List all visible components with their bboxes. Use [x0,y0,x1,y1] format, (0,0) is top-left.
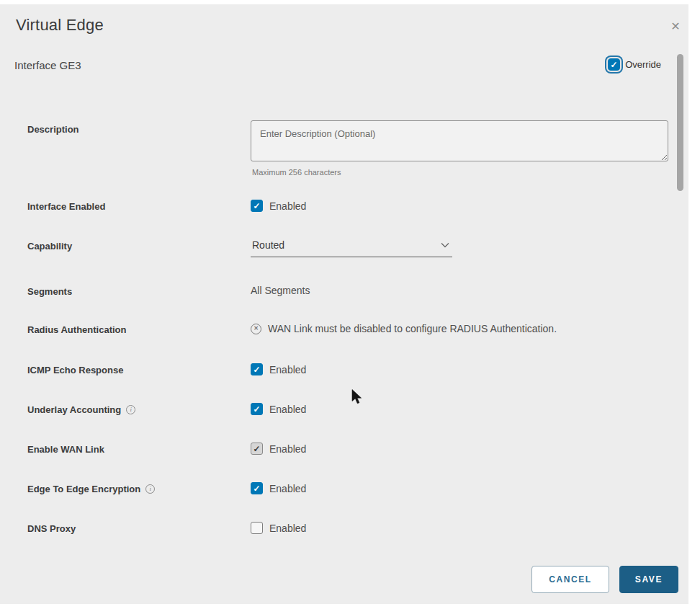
info-icon[interactable]: i [145,484,155,494]
interface-enabled-checkbox[interactable]: ✓ [251,200,263,212]
description-helper: Maximum 256 characters [252,168,341,177]
row-segments: Segments All Segments [0,285,688,301]
row-enable-wan-link: Enable WAN Link ✓ Enabled [0,443,688,458]
row-interface-enabled: Interface Enabled ✓ Enabled [0,200,688,215]
field-label: Segments [27,286,72,297]
row-icmp-echo-response: ICMP Echo Response ✓ Enabled [0,363,688,379]
check-icon: ✓ [253,524,260,533]
row-edge-to-edge-encryption: Edge To Edge Encryption i ✓ Enabled [0,482,688,498]
capability-select[interactable]: Routed [251,239,452,257]
virtual-edge-dialog: Virtual Edge ✕ Interface GE3 ✓ Override … [0,4,688,604]
scrollbar-thumb[interactable] [677,54,683,191]
description-label: Description [27,124,79,135]
checkbox-label: Enabled [269,404,306,415]
field-label: DNS Proxy [27,523,76,534]
override-group: ✓ Override [608,58,661,71]
checkbox-label: Enabled [269,364,306,375]
checkbox-label: Enabled [269,483,306,494]
checkbox-label: Enabled [269,200,306,212]
check-icon: ✓ [253,365,260,374]
description-input[interactable] [251,120,668,161]
field-label: Capability [27,241,72,252]
chevron-down-icon [441,242,449,248]
field-label: Radius Authentication [27,324,126,335]
dns-proxy-checkbox[interactable]: ✓ [251,522,263,534]
row-radius-authentication: Radius Authentication ✕ WAN Link must be… [0,323,688,339]
override-label: Override [625,59,661,70]
row-underlay-accounting: Underlay Accounting i ✓ Enabled [0,403,688,419]
override-checkbox[interactable]: ✓ [608,58,620,71]
field-label: Edge To Edge Encryption i [27,484,155,494]
radius-note: WAN Link must be disabled to configure R… [268,323,557,334]
info-icon[interactable]: i [126,405,135,414]
underlay-accounting-checkbox[interactable]: ✓ [251,403,263,415]
checkbox-label: Enabled [269,443,306,455]
disabled-error-icon: ✕ [251,324,261,334]
dialog-title: Virtual Edge [16,16,104,35]
dialog-footer: CANCEL SAVE [531,566,678,593]
wan-link-checkbox: ✓ [251,443,263,455]
edge-encryption-checkbox[interactable]: ✓ [251,482,263,494]
save-button[interactable]: SAVE [619,566,678,593]
field-label: Interface Enabled [27,201,105,212]
check-icon: ✓ [253,202,260,210]
check-icon: ✓ [253,445,260,453]
interface-subtitle: Interface GE3 [14,59,81,71]
selected-value: Routed [252,239,284,251]
check-icon: ✓ [611,61,618,69]
row-capability: Capability Routed [0,239,688,255]
check-icon: ✓ [253,405,260,414]
cancel-button[interactable]: CANCEL [531,566,609,593]
check-icon: ✓ [253,484,260,493]
checkbox-label: Enabled [269,523,306,534]
row-dns-proxy: DNS Proxy ✓ Enabled [0,522,688,538]
field-label: Enable WAN Link [27,444,104,455]
segments-value: All Segments [251,285,310,296]
icmp-echo-checkbox[interactable]: ✓ [251,363,263,375]
field-label: Underlay Accounting i [27,404,135,415]
field-label: ICMP Echo Response [27,365,123,375]
close-icon[interactable]: ✕ [667,17,684,35]
